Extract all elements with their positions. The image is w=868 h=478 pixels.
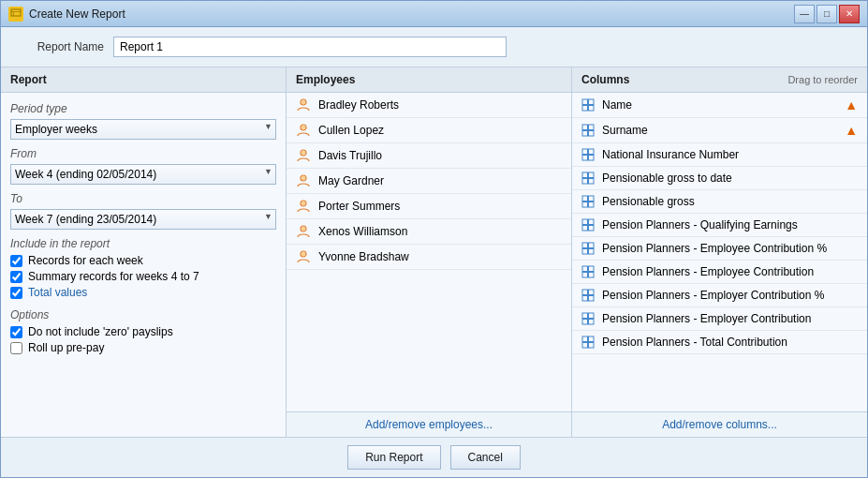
add-remove-employees-link[interactable]: Add/remove employees... — [365, 418, 493, 431]
employee-row: Cullen Lopez — [287, 118, 571, 143]
maximize-button[interactable]: □ — [817, 5, 837, 23]
svg-rect-33 — [582, 196, 588, 202]
svg-rect-47 — [582, 273, 588, 278]
svg-rect-55 — [582, 320, 588, 325]
checkbox-records-input[interactable] — [10, 255, 22, 267]
column-row: Surname ▲ — [572, 118, 867, 143]
reorder-up-arrow[interactable]: ▲ — [845, 123, 858, 138]
employees-list: Bradley Roberts Cullen Lopez Davis Truji… — [287, 93, 571, 411]
run-report-button[interactable]: Run Report — [347, 445, 440, 470]
column-row: National Insurance Number — [572, 143, 867, 167]
svg-rect-34 — [589, 196, 595, 202]
main-window: Create New Report — □ ✕ Report Name Repo… — [0, 0, 868, 478]
right-panel-title: Columns — [581, 73, 629, 86]
svg-rect-39 — [582, 226, 588, 232]
person-icon — [296, 199, 311, 214]
svg-point-8 — [302, 151, 305, 155]
svg-rect-52 — [589, 296, 595, 302]
svg-rect-19 — [582, 106, 588, 112]
drag-hint: Drag to reorder — [787, 74, 858, 85]
person-icon — [296, 123, 311, 138]
column-name: Pension Planners - Employer Contribution — [602, 312, 811, 325]
middle-panel-header: Employees — [287, 67, 571, 93]
column-row-left: Pensionable gross — [581, 195, 695, 208]
checkbox-rollup-input[interactable] — [10, 342, 22, 354]
add-remove-columns-link[interactable]: Add/remove columns... — [662, 418, 777, 431]
report-name-input[interactable] — [113, 37, 507, 57]
from-select[interactable]: Week 4 (ending 02/05/2014) Week 1 Week 2 — [10, 164, 276, 185]
column-row-left: Pensionable gross to date — [581, 172, 732, 185]
svg-rect-27 — [582, 156, 588, 161]
svg-point-14 — [302, 227, 305, 231]
period-type-wrapper: Employer weeks Tax weeks Monthly — [10, 119, 276, 140]
employee-name: Cullen Lopez — [318, 124, 384, 137]
middle-panel-title: Employees — [296, 73, 355, 86]
svg-rect-50 — [589, 290, 595, 295]
report-name-label: Report Name — [20, 40, 104, 53]
column-name: Pension Planners - Employee Contribution — [602, 265, 814, 278]
column-row: Pension Planners - Employer Contribution… — [572, 284, 867, 307]
checkbox-zero-label: Do not include 'zero' payslips — [28, 325, 173, 338]
svg-rect-32 — [589, 179, 595, 185]
reorder-up-arrow[interactable]: ▲ — [845, 97, 858, 112]
grid-icon — [581, 148, 595, 161]
include-label: Include in the report — [10, 237, 276, 250]
to-label: To — [10, 192, 276, 205]
person-icon — [296, 224, 311, 239]
column-row: Pension Planners - Qualifying Earnings — [572, 214, 867, 237]
grid-icon — [581, 98, 595, 112]
svg-point-4 — [302, 100, 305, 104]
svg-rect-53 — [582, 313, 588, 319]
column-row-left: Pension Planners - Employee Contribution… — [581, 242, 827, 255]
svg-rect-22 — [589, 125, 595, 130]
checkbox-records-label: Records for each week — [28, 254, 143, 267]
report-name-bar: Report Name — [1, 27, 867, 67]
columns-list: Name ▲ Surname ▲ National Insurance Numb… — [572, 93, 867, 411]
svg-rect-23 — [582, 131, 588, 137]
person-icon — [296, 148, 311, 163]
column-row: Pension Planners - Total Contribution — [572, 331, 867, 354]
employee-row: Yvonne Bradshaw — [287, 245, 571, 270]
column-name: Pension Planners - Qualifying Earnings — [602, 218, 798, 232]
svg-rect-30 — [589, 172, 595, 178]
column-row: Name ▲ — [572, 93, 867, 118]
checkbox-total-input[interactable] — [10, 287, 22, 299]
employee-name: Bradley Roberts — [318, 98, 399, 112]
close-button[interactable]: ✕ — [839, 5, 860, 23]
cancel-button[interactable]: Cancel — [450, 445, 521, 470]
svg-rect-31 — [582, 179, 588, 185]
grid-icon — [581, 218, 595, 232]
svg-rect-42 — [589, 243, 595, 248]
checkbox-summary-label: Summary records for weeks 4 to 7 — [28, 270, 199, 283]
grid-icon — [581, 312, 595, 325]
bottom-bar: Run Report Cancel — [1, 437, 867, 477]
left-panel-body: Period type Employer weeks Tax weeks Mon… — [1, 93, 286, 437]
left-panel-title: Report — [10, 73, 47, 86]
svg-rect-18 — [589, 99, 595, 105]
column-row-left: Pension Planners - Employee Contribution — [581, 265, 814, 278]
checkbox-rollup-label: Roll up pre-pay — [28, 341, 104, 354]
svg-rect-0 — [11, 9, 21, 16]
column-row: Pensionable gross to date — [572, 167, 867, 190]
minimize-button[interactable]: — — [794, 5, 815, 23]
period-type-select[interactable]: Employer weeks Tax weeks Monthly — [10, 119, 276, 140]
svg-rect-48 — [589, 273, 595, 278]
column-name: Pension Planners - Total Contribution — [602, 336, 787, 349]
titlebar: Create New Report — □ ✕ — [1, 1, 867, 27]
svg-rect-21 — [582, 125, 588, 130]
to-select[interactable]: Week 7 (ending 23/05/2014) Week 5 Week 6 — [10, 209, 276, 230]
column-row: Pension Planners - Employee Contribution — [572, 261, 867, 284]
main-content: Report Period type Employer weeks Tax we… — [1, 67, 867, 437]
period-type-label: Period type — [10, 102, 276, 115]
svg-rect-35 — [582, 202, 588, 208]
column-row: Pension Planners - Employer Contribution — [572, 307, 867, 331]
checkbox-summary-input[interactable] — [10, 271, 22, 283]
titlebar-left: Create New Report — [8, 7, 125, 22]
right-panel-header: Columns Drag to reorder — [572, 67, 867, 93]
checkbox-zero-input[interactable] — [10, 326, 22, 338]
from-wrapper: Week 4 (ending 02/05/2014) Week 1 Week 2 — [10, 164, 276, 185]
column-name: Surname — [602, 124, 648, 137]
left-panel: Report Period type Employer weeks Tax we… — [1, 67, 287, 437]
column-row-left: Pension Planners - Employer Contribution — [581, 312, 811, 325]
person-icon — [296, 97, 311, 112]
